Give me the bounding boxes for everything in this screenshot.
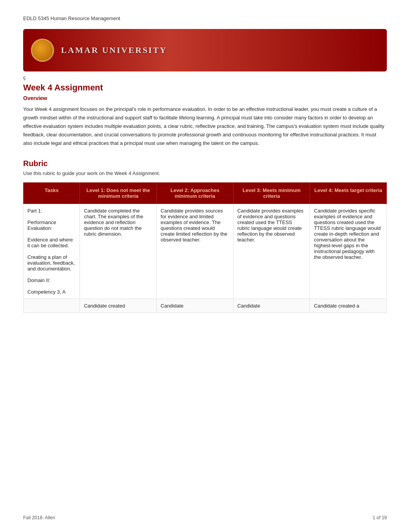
header-level2: Level 2: Approaches minimum criteria <box>157 183 234 204</box>
level3-cell-2: Candidate <box>233 299 310 313</box>
header-tasks: Tasks <box>24 183 80 204</box>
rubric-title: Rubric <box>23 159 387 168</box>
university-logo <box>31 39 54 62</box>
university-name: LAMAR UNIVERSITY <box>61 45 167 55</box>
footer-right: 1 of 19 <box>373 515 387 520</box>
header-level3: Level 3: Meets minimum criteria <box>233 183 310 204</box>
footer: Fall 2018- Allen 1 of 19 <box>23 515 387 520</box>
level2-cell: Candidate provides sources for evidence … <box>157 204 234 299</box>
level4-cell-2: Candidate created a <box>310 299 387 313</box>
rubric-subtitle: Use this rubric to guide your work on th… <box>23 170 387 176</box>
course-title: EDLD 5345 Human Resource Management <box>23 15 387 21</box>
overview-text: Your Week 4 assignment focuses on the pr… <box>23 105 387 148</box>
level1-cell-2: Candidate created <box>80 299 157 313</box>
table-row: Part 1: Performance Evaluation: Evidence… <box>24 204 387 299</box>
table-row-2: Candidate created Candidate Candidate Ca… <box>24 299 387 313</box>
overview-label: Overview <box>23 95 387 101</box>
level2-cell-2: Candidate <box>157 299 234 313</box>
level3-cell: Candidate provides examples of evidence … <box>233 204 310 299</box>
tasks-cell-2 <box>24 299 80 313</box>
footer-left: Fall 2018- Allen <box>23 515 55 520</box>
symbol-char: ç <box>23 75 387 80</box>
level4-cell: Candidate provides specific examples of … <box>310 204 387 299</box>
week-title: Week 4 Assignment <box>23 83 387 93</box>
university-banner: LAMAR UNIVERSITY <box>23 29 387 71</box>
page: EDLD 5345 Human Resource Management LAMA… <box>0 0 410 532</box>
header-level4: Level 4: Meets target criteria <box>310 183 387 204</box>
level1-cell: Candidate completed the chart. The examp… <box>80 204 157 299</box>
header-level1: Level 1: Does not meet the minimum crite… <box>80 183 157 204</box>
tasks-cell: Part 1: Performance Evaluation: Evidence… <box>24 204 80 299</box>
rubric-table: Tasks Level 1: Does not meet the minimum… <box>23 182 387 313</box>
